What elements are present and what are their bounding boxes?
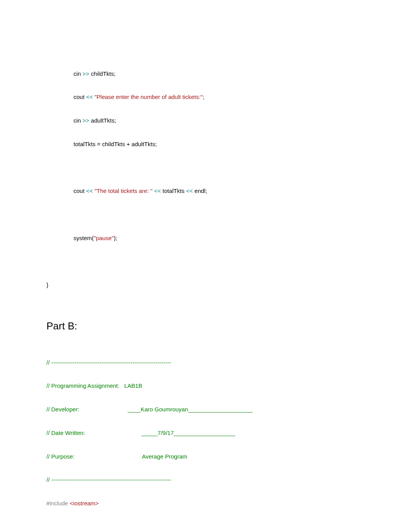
code-line: totalTkts = childTkts + adultTkts;	[46, 140, 365, 148]
blank-line	[46, 258, 365, 266]
code-line: cout << "Please enter the number of adul…	[46, 93, 365, 101]
comment-line: // Developer: ____Karo Goumrouyan_______…	[46, 406, 365, 413]
part-a-code: cin >> childTkts; cout << "Please enter …	[46, 54, 365, 305]
code-line: cout << "The total tickets are: " << tot…	[46, 187, 365, 195]
comment-line: // -------------------------------------…	[46, 359, 365, 367]
comment-line: // Programming Assignment: LAB1B	[46, 382, 365, 390]
code-line: }	[46, 281, 365, 289]
comment-line: // Date Written: _____7/9/17____________…	[46, 429, 365, 437]
document-page: cin >> childTkts; cout << "Please enter …	[0, 0, 411, 532]
blank-line	[46, 164, 365, 172]
comment-line: // -------------------------------------…	[46, 476, 365, 484]
code-line: cin >> adultTkts;	[46, 117, 365, 124]
code-line: #include <iostream>	[46, 500, 365, 507]
blank-line	[46, 523, 365, 531]
blank-line	[46, 211, 365, 218]
code-line: cin >> childTkts;	[46, 70, 365, 78]
code-line: system("pause");	[46, 234, 365, 242]
comment-line: // Purpose: Average Program	[46, 453, 365, 460]
part-b-heading: Part B:	[46, 320, 365, 332]
part-b-code: // -------------------------------------…	[46, 343, 365, 532]
